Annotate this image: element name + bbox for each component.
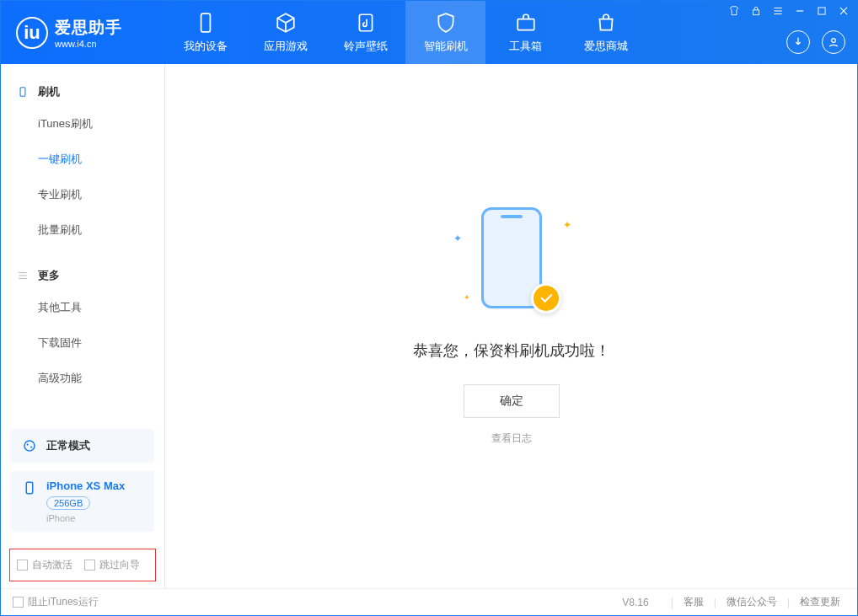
maximize-icon[interactable] — [815, 4, 829, 18]
options-highlight: 自动激活 跳过向导 — [9, 549, 156, 581]
svg-rect-2 — [517, 19, 534, 29]
phone-icon — [16, 85, 29, 99]
sidebar-item-itunes-flash[interactable]: iTunes刷机 — [1, 106, 164, 142]
tshirt-icon[interactable] — [727, 4, 741, 18]
footer-link-check-update[interactable]: 检查更新 — [800, 595, 840, 609]
account-button[interactable] — [822, 30, 845, 54]
tab-store[interactable]: 爱思商城 — [566, 1, 646, 64]
device-icon — [21, 479, 38, 496]
section-title: 更多 — [38, 268, 60, 283]
tab-label: 我的设备 — [184, 39, 228, 54]
svg-rect-10 — [26, 482, 33, 494]
check-circle-icon — [531, 283, 561, 313]
sparkle-icon: ✦ — [464, 293, 470, 302]
version-label: V8.16 — [622, 597, 648, 608]
main-content: ✦ ✦ ✦ 恭喜您，保资料刷机成功啦！ 确定 查看日志 — [165, 64, 857, 588]
svg-point-5 — [832, 39, 836, 43]
sidebar-section-more: 更多 — [1, 261, 164, 290]
footer-link-support[interactable]: 客服 — [684, 595, 704, 609]
sidebar-section-flash: 刷机 — [1, 78, 164, 106]
tab-label: 智能刷机 — [424, 39, 468, 54]
svg-rect-4 — [818, 8, 825, 14]
mode-icon — [21, 437, 38, 454]
main-tabs: 我的设备 应用游戏 铃声壁纸 智能刷机 工具箱 爱思商城 — [165, 1, 646, 64]
checkbox-auto-activate[interactable]: 自动激活 — [17, 558, 72, 572]
shield-icon — [435, 12, 457, 34]
sidebar: 刷机 iTunes刷机 一键刷机 专业刷机 批量刷机 更多 其他工具 下载固件 … — [1, 64, 165, 588]
ok-button[interactable]: 确定 — [464, 384, 560, 418]
download-button[interactable] — [786, 30, 810, 54]
mode-label: 正常模式 — [46, 438, 90, 453]
svg-point-8 — [27, 443, 29, 445]
svg-rect-3 — [753, 10, 759, 15]
sidebar-item-pro-flash[interactable]: 专业刷机 — [1, 177, 164, 212]
toolbox-icon — [515, 12, 537, 34]
footer-link-wechat[interactable]: 微信公众号 — [727, 595, 777, 609]
sidebar-item-batch-flash[interactable]: 批量刷机 — [1, 212, 164, 248]
sidebar-item-download-firmware[interactable]: 下载固件 — [1, 325, 164, 361]
minimize-icon[interactable] — [793, 4, 807, 18]
checkbox-box — [17, 560, 28, 570]
app-url: www.i4.cn — [55, 39, 122, 49]
view-log-link[interactable]: 查看日志 — [491, 431, 532, 446]
sidebar-item-other-tools[interactable]: 其他工具 — [1, 290, 164, 325]
lock-icon[interactable] — [749, 4, 763, 18]
logo-icon: iu — [16, 17, 48, 49]
success-illustration: ✦ ✦ ✦ — [448, 207, 575, 317]
tab-apps[interactable]: 应用游戏 — [245, 1, 325, 64]
menu-icon[interactable] — [771, 4, 785, 18]
device-type: iPhone — [46, 513, 125, 523]
list-icon — [16, 269, 29, 282]
checkbox-label: 跳过向导 — [99, 558, 140, 572]
tab-label: 应用游戏 — [264, 39, 308, 54]
tab-label: 爱思商城 — [584, 39, 628, 54]
svg-point-9 — [30, 446, 32, 447]
svg-rect-6 — [20, 88, 25, 97]
logo: iu 爱思助手 www.i4.cn — [1, 17, 165, 49]
header-actions — [786, 30, 845, 54]
window-controls — [727, 4, 850, 18]
checkbox-skip-guide[interactable]: 跳过向导 — [84, 558, 140, 572]
tab-ringtones[interactable]: 铃声壁纸 — [325, 1, 405, 64]
svg-rect-1 — [359, 14, 372, 31]
music-file-icon — [355, 12, 377, 34]
sparkle-icon: ✦ — [563, 219, 571, 231]
svg-rect-0 — [201, 13, 210, 32]
tab-toolbox[interactable]: 工具箱 — [485, 1, 566, 64]
section-title: 刷机 — [38, 84, 60, 99]
checkbox-box — [13, 597, 24, 608]
device-name: iPhone XS Max — [46, 479, 125, 492]
device-storage: 256GB — [46, 496, 90, 510]
sparkle-icon: ✦ — [453, 233, 462, 244]
sidebar-item-advanced[interactable]: 高级功能 — [1, 361, 164, 396]
bag-icon — [595, 12, 617, 34]
device-icon — [195, 12, 217, 34]
svg-point-7 — [24, 441, 35, 451]
checkbox-label: 自动激活 — [32, 558, 72, 572]
tab-label: 工具箱 — [509, 39, 542, 54]
app-header: iu 爱思助手 www.i4.cn 我的设备 应用游戏 铃声壁纸 智能刷机 工具… — [1, 1, 857, 64]
checkbox-box — [84, 560, 95, 570]
cube-icon — [275, 12, 297, 34]
footer: 阻止iTunes运行 V8.16 | 客服 | 微信公众号 | 检查更新 — [1, 588, 857, 615]
tab-my-device[interactable]: 我的设备 — [165, 1, 245, 64]
checkbox-label: 阻止iTunes运行 — [28, 595, 99, 609]
mode-card[interactable]: 正常模式 — [11, 429, 154, 463]
sidebar-item-oneclick-flash[interactable]: 一键刷机 — [1, 142, 164, 177]
tab-label: 铃声壁纸 — [344, 39, 388, 54]
success-message: 恭喜您，保资料刷机成功啦！ — [413, 340, 610, 361]
close-icon[interactable] — [837, 4, 850, 18]
app-name: 爱思助手 — [55, 17, 122, 39]
tab-flash[interactable]: 智能刷机 — [405, 1, 485, 64]
device-card[interactable]: iPhone XS Max 256GB iPhone — [11, 471, 154, 532]
checkbox-block-itunes[interactable]: 阻止iTunes运行 — [13, 595, 99, 609]
